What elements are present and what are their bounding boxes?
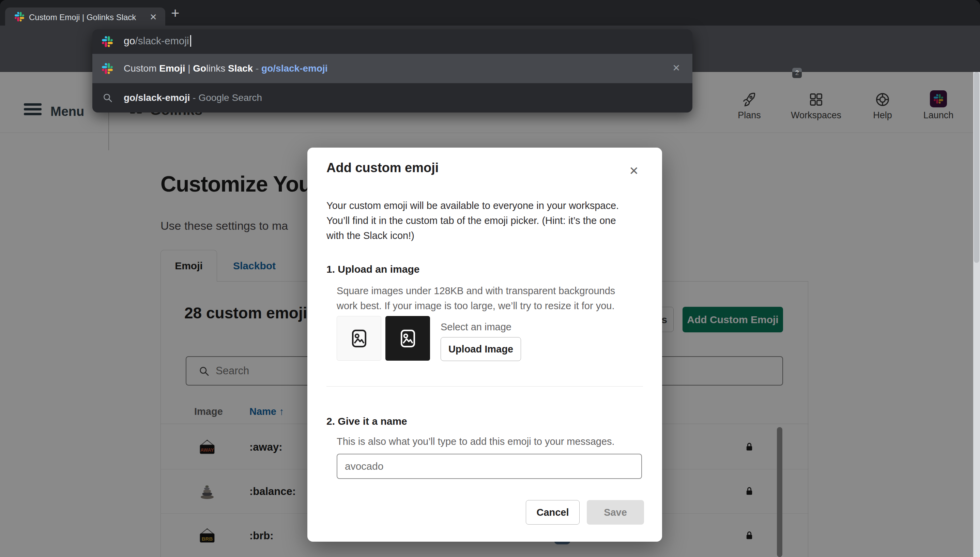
search-query: go/slack-emoji xyxy=(124,92,190,103)
image-preview-dark xyxy=(385,316,430,361)
step1-title: 1. Upload an image xyxy=(327,264,419,275)
modal-title: Add custom emoji xyxy=(327,161,439,175)
text-caret xyxy=(190,35,191,47)
new-tab-button[interactable]: + xyxy=(171,7,180,20)
omnibox-dropdown: go/slack-emoji Custom Emoji | Golinks Sl… xyxy=(93,29,692,112)
tab-title: Custom Emoji | Golinks Slack xyxy=(29,13,141,22)
url-typed: go xyxy=(124,35,135,46)
tab-close-icon[interactable]: ✕ xyxy=(150,12,157,23)
browser-window: Custom Emoji | Golinks Slack ✕ + {...} S… xyxy=(0,0,980,557)
select-image-label: Select an image xyxy=(440,319,512,334)
modal-description: Your custom emoji will be available to e… xyxy=(327,198,631,243)
step2-description: This is also what you’ll type to add thi… xyxy=(336,434,615,449)
tab-strip: Custom Emoji | Golinks Slack ✕ + xyxy=(0,0,980,26)
save-button[interactable]: Save xyxy=(587,500,644,524)
search-suffix: - Google Search xyxy=(190,92,262,103)
image-preview-light xyxy=(336,316,381,361)
slack-favicon xyxy=(15,12,24,21)
upload-image-label: Upload Image xyxy=(449,344,513,355)
emoji-name-input[interactable] xyxy=(336,454,642,479)
slack-favicon xyxy=(102,63,113,74)
image-placeholder-icon xyxy=(349,328,369,349)
suggestion-row-selected[interactable]: Custom Emoji | Golinks Slack - go/slack-… xyxy=(93,54,692,83)
suggestion-row-search[interactable]: go/slack-emoji - Google Search xyxy=(93,83,692,112)
upload-image-button[interactable]: Upload Image xyxy=(440,337,521,361)
page-scrollbar-thumb[interactable] xyxy=(974,72,979,263)
cancel-button[interactable]: Cancel xyxy=(526,500,580,524)
search-icon xyxy=(102,93,113,103)
step1-description: Square images under 128KB and with trans… xyxy=(336,283,625,313)
remove-suggestion-icon[interactable]: ✕ xyxy=(672,62,680,73)
save-label: Save xyxy=(604,507,627,518)
modal-close-icon[interactable]: ✕ xyxy=(629,164,639,178)
cancel-label: Cancel xyxy=(536,507,569,518)
slack-favicon xyxy=(102,36,113,47)
browser-tab[interactable]: Custom Emoji | Golinks Slack ✕ xyxy=(5,8,165,26)
suggestion-url: go/slack-emoji xyxy=(262,63,328,73)
address-bar[interactable]: go/slack-emoji xyxy=(93,29,692,54)
page-scrollbar[interactable] xyxy=(973,72,980,557)
url-completion: /slack-emoji xyxy=(135,35,189,46)
step2-title: 2. Give it a name xyxy=(327,415,407,427)
suggestion-text: Custom xyxy=(124,63,159,73)
image-placeholder-icon xyxy=(398,328,418,349)
add-custom-emoji-modal: Add custom emoji ✕ Your custom emoji wil… xyxy=(307,148,662,542)
